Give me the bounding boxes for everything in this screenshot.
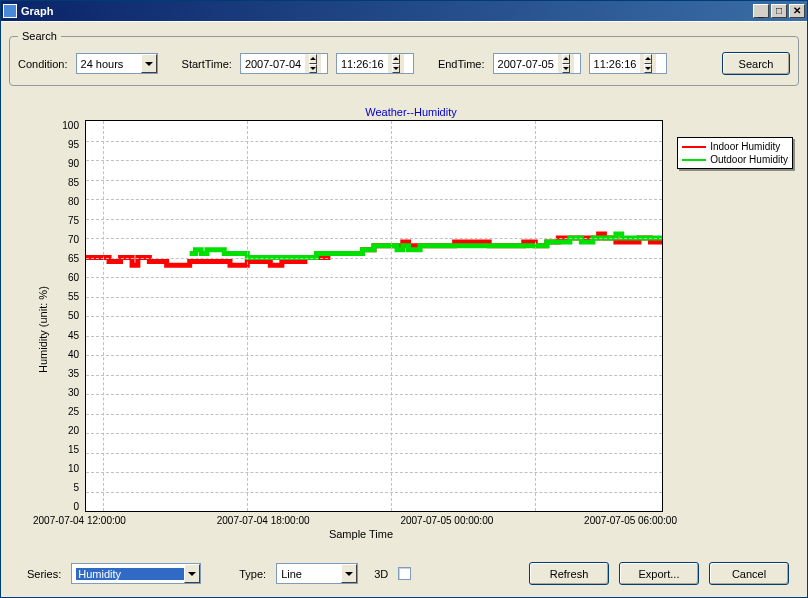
spinner-up-icon[interactable] <box>309 54 317 64</box>
search-legend: Search <box>18 30 61 42</box>
threeD-label: 3D <box>374 568 388 580</box>
end-date-value: 2007-07-05 <box>498 58 554 70</box>
starttime-label: StartTime: <box>182 58 232 70</box>
type-combo[interactable]: Line <box>276 563 358 584</box>
y-ticks: 1009590858075706560555045403530252015105… <box>55 120 81 512</box>
spinner-down-icon[interactable] <box>562 64 570 74</box>
export-button[interactable]: Export... <box>619 562 699 585</box>
start-date-input[interactable]: 2007-07-04 <box>240 53 328 74</box>
type-value: Line <box>281 568 302 580</box>
spinner-down-icon[interactable] <box>644 64 652 74</box>
bottom-toolbar: Series: Humidity Type: Line 3D Refresh E… <box>9 554 799 593</box>
search-button[interactable]: Search <box>722 52 790 75</box>
maximize-button[interactable]: □ <box>771 4 787 18</box>
plot-area <box>85 120 663 512</box>
start-time-input[interactable]: 11:26:16 <box>336 53 414 74</box>
end-time-input[interactable]: 11:26:16 <box>589 53 667 74</box>
series-combo[interactable]: Humidity <box>71 563 201 584</box>
app-icon <box>3 4 17 18</box>
minimize-button[interactable]: _ <box>753 4 769 18</box>
threeD-checkbox[interactable] <box>398 567 411 580</box>
series-value: Humidity <box>76 568 184 580</box>
condition-combo[interactable]: 24 hours <box>76 53 158 74</box>
type-label: Type: <box>239 568 266 580</box>
chart-title: Weather--Humidity <box>35 106 787 118</box>
spinner-down-icon[interactable] <box>392 64 400 74</box>
series-label: Series: <box>27 568 61 580</box>
condition-label: Condition: <box>18 58 68 70</box>
spinner-down-icon[interactable] <box>309 64 317 74</box>
window-title: Graph <box>21 5 53 17</box>
condition-value: 24 hours <box>81 58 124 70</box>
close-button[interactable]: ✕ <box>789 4 805 18</box>
start-time-value: 11:26:16 <box>341 58 384 70</box>
cancel-button[interactable]: Cancel <box>709 562 789 585</box>
end-time-value: 11:26:16 <box>594 58 637 70</box>
client-area: Search Condition: 24 hours StartTime: 20… <box>1 21 807 597</box>
chevron-down-icon[interactable] <box>141 54 157 73</box>
spinner-up-icon[interactable] <box>392 54 400 64</box>
chevron-down-icon[interactable] <box>184 564 200 583</box>
start-date-value: 2007-07-04 <box>245 58 301 70</box>
refresh-button[interactable]: Refresh <box>529 562 609 585</box>
chevron-down-icon[interactable] <box>341 564 357 583</box>
endtime-label: EndTime: <box>438 58 485 70</box>
x-ticks: 2007-07-04 12:00:002007-07-04 18:00:0020… <box>33 512 677 526</box>
chart-legend: Indoor HumidityOutdoor Humidity <box>677 137 793 169</box>
spinner-up-icon[interactable] <box>562 54 570 64</box>
search-group: Search Condition: 24 hours StartTime: 20… <box>9 30 799 86</box>
x-axis-label: Sample Time <box>55 528 667 540</box>
title-bar: Graph _ □ ✕ <box>1 1 807 21</box>
spinner-up-icon[interactable] <box>644 54 652 64</box>
graph-window: Graph _ □ ✕ Search Condition: 24 hours S… <box>0 0 808 598</box>
y-axis-label: Humidity (unit: %) <box>35 120 49 540</box>
end-date-input[interactable]: 2007-07-05 <box>493 53 581 74</box>
